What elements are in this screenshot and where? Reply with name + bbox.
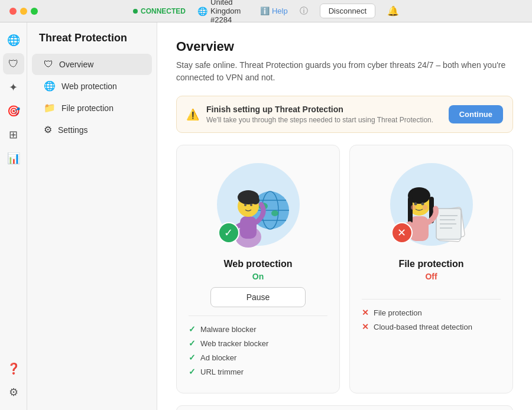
sidebar-item-web-label: Web protection xyxy=(61,82,117,91)
close-button[interactable] xyxy=(9,8,17,15)
feature-malware: ✓ Malware blocker xyxy=(189,324,327,334)
nav-help[interactable]: ❓ xyxy=(3,358,24,379)
feature-cloud-label: Cloud-based threat detection xyxy=(374,323,472,331)
nav-shield[interactable]: 🛡 xyxy=(3,53,24,74)
help-icon: ℹ️ xyxy=(260,6,270,15)
svg-rect-26 xyxy=(408,197,413,223)
nav-target[interactable]: 🎯 xyxy=(3,100,24,122)
svg-point-14 xyxy=(244,204,246,206)
nav-chart[interactable]: 📊 xyxy=(3,148,24,169)
file-protection-title: File protection xyxy=(398,259,463,269)
continue-button[interactable]: Continue xyxy=(449,105,503,123)
titlebar-center: CONNECTED 🌐 United Kingdom #2284 ℹ️ Help… xyxy=(133,0,399,24)
nav-globe[interactable]: 🌐 xyxy=(3,30,24,51)
cards-row: ✓ Web protection On Pause ✓ Malware bloc… xyxy=(176,145,513,393)
main-content: Overview Stay safe online. Threat Protec… xyxy=(157,22,532,410)
feature-tracker: ✓ Web tracker blocker xyxy=(189,339,327,348)
help-button[interactable]: ℹ️ Help xyxy=(260,6,288,15)
check-icon-tracker: ✓ xyxy=(189,339,196,348)
svg-rect-8 xyxy=(240,216,257,239)
sidebar-item-web-protection[interactable]: 🌐 Web protection xyxy=(32,75,152,97)
page-title: Overview xyxy=(176,39,513,54)
titlebar: CONNECTED 🌐 United Kingdom #2284 ℹ️ Help… xyxy=(0,0,532,22)
feature-malware-label: Malware blocker xyxy=(200,325,257,334)
svg-point-28 xyxy=(414,203,417,206)
setup-banner: ⚠️ Finish setting up Threat Protection W… xyxy=(176,96,513,133)
sidebar-title: Threat Protection xyxy=(27,32,157,54)
svg-point-12 xyxy=(240,194,247,201)
svg-point-6 xyxy=(271,210,278,216)
traffic-lights xyxy=(9,8,38,15)
nav-settings[interactable]: ⚙ xyxy=(3,382,24,403)
setup-banner-title: Finish setting up Threat Protection xyxy=(206,105,442,114)
server-name: United Kingdom #2284 xyxy=(210,0,248,24)
web-protection-icon: 🌐 xyxy=(44,80,56,92)
web-status-badge: ✓ xyxy=(218,222,239,243)
icon-nav-bottom: ❓ ⚙ xyxy=(3,358,24,410)
sidebar-item-settings[interactable]: ⚙ Settings xyxy=(32,119,152,141)
sidebar-item-file-protection[interactable]: 📁 File protection xyxy=(32,97,152,119)
app-body: 🌐 🛡 ✦ 🎯 ⊞ 📊 ❓ ⚙ Threat Protection 🛡 Over… xyxy=(0,22,532,410)
file-protection-status: Off xyxy=(425,272,437,281)
web-protection-illustration: ✓ xyxy=(211,157,306,252)
bell-icon[interactable]: 🔔 xyxy=(387,5,399,17)
page-description: Stay safe online. Threat Protection guar… xyxy=(176,59,513,84)
feature-file-prot: ✕ File protection xyxy=(362,308,501,317)
info-icon: ⓘ xyxy=(300,6,308,17)
svg-point-13 xyxy=(251,196,259,204)
sidebar-item-file-label: File protection xyxy=(61,103,113,113)
web-card-divider xyxy=(189,315,327,316)
web-pause-button[interactable]: Pause xyxy=(210,287,306,307)
feature-tracker-label: Web tracker blocker xyxy=(200,339,268,348)
feature-url-trimmer: ✓ URL trimmer xyxy=(189,367,327,376)
x-icon-cloud: ✕ xyxy=(362,322,369,331)
svg-point-30 xyxy=(411,205,416,210)
svg-point-29 xyxy=(421,203,424,206)
check-icon-url: ✓ xyxy=(189,367,196,376)
web-protection-status: On xyxy=(252,272,264,281)
disconnect-button[interactable]: Disconnect xyxy=(320,4,375,18)
feature-cloud-threat: ✕ Cloud-based threat detection xyxy=(362,322,501,331)
check-icon-adblocker: ✓ xyxy=(189,353,196,362)
icon-nav: 🌐 🛡 ✦ 🎯 ⊞ 📊 ❓ ⚙ xyxy=(0,22,27,410)
setup-banner-text: Finish setting up Threat Protection We'l… xyxy=(206,105,442,124)
globe-icon: 🌐 xyxy=(197,6,207,16)
svg-point-15 xyxy=(250,204,252,206)
file-card-divider xyxy=(362,299,501,300)
nav-nodes[interactable]: ✦ xyxy=(3,77,24,98)
file-protection-icon: 📁 xyxy=(44,102,56,113)
server-info: 🌐 United Kingdom #2284 xyxy=(197,0,248,24)
feature-url-label: URL trimmer xyxy=(200,367,244,376)
titlebar-left xyxy=(9,8,38,15)
minimize-button[interactable] xyxy=(20,8,27,15)
settings-icon: ⚙ xyxy=(44,124,52,135)
sidebar-item-overview[interactable]: 🛡 Overview xyxy=(32,54,152,75)
nav-layers[interactable]: ⊞ xyxy=(3,124,24,145)
web-feature-list: ✓ Malware blocker ✓ Web tracker blocker … xyxy=(189,324,327,381)
overview-icon: 🛡 xyxy=(44,59,53,70)
report-banner: 💬 Report an issue Something doesn't work… xyxy=(176,405,513,410)
file-protection-card: ✕ File protection Off ✕ File protection … xyxy=(349,145,513,393)
maximize-button[interactable] xyxy=(31,8,38,15)
help-label: Help xyxy=(272,6,288,15)
setup-banner-desc: We'll take you through the steps needed … xyxy=(206,116,442,124)
check-icon-malware: ✓ xyxy=(189,324,196,334)
feature-file-label: File protection xyxy=(374,308,422,317)
feature-adblocker-label: Ad blocker xyxy=(200,353,236,362)
sidebar-item-overview-label: Overview xyxy=(59,60,93,69)
connected-dot xyxy=(133,9,138,14)
web-protection-card: ✓ Web protection On Pause ✓ Malware bloc… xyxy=(176,145,340,393)
file-protection-illustration: ✕ xyxy=(384,157,479,252)
x-icon-file: ✕ xyxy=(362,308,369,317)
sidebar: Threat Protection 🛡 Overview 🌐 Web prote… xyxy=(27,22,157,410)
feature-adblocker: ✓ Ad blocker xyxy=(189,353,327,362)
sidebar-item-settings-label: Settings xyxy=(58,125,88,135)
connected-label: CONNECTED xyxy=(141,7,186,15)
warning-icon: ⚠️ xyxy=(186,108,199,121)
web-protection-title: Web protection xyxy=(223,259,292,269)
file-feature-list: ✕ File protection ✕ Cloud-based threat d… xyxy=(362,308,501,336)
connected-badge: CONNECTED xyxy=(133,7,186,15)
svg-point-31 xyxy=(423,205,427,210)
file-status-badge: ✕ xyxy=(391,222,413,243)
